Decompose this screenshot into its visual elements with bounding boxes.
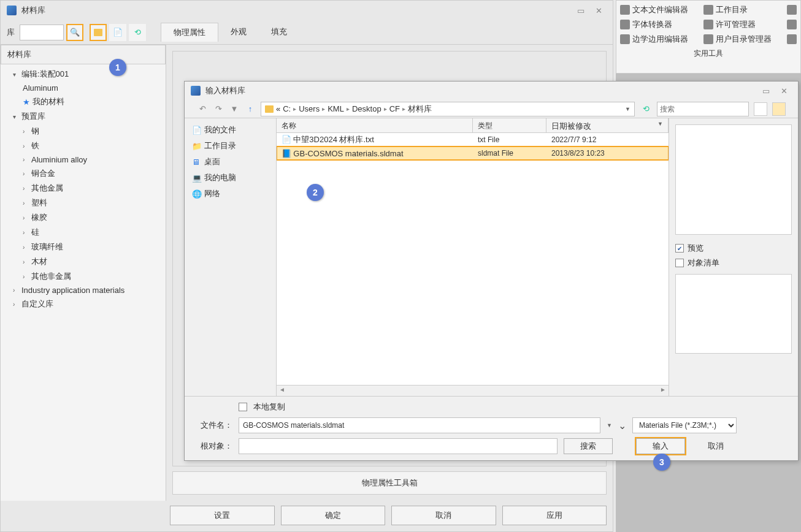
search-button[interactable]: 🔍 xyxy=(66,24,83,41)
settings-button[interactable]: 设置 xyxy=(170,506,275,525)
filename-input[interactable] xyxy=(239,417,600,433)
col-name[interactable]: 名称 xyxy=(277,118,473,132)
nav-network[interactable]: 🌐网络 xyxy=(188,186,272,202)
tree-copper-alloy[interactable]: ›铜合金 xyxy=(1,166,166,181)
callout-1: 1 xyxy=(109,59,126,76)
tree-plastic[interactable]: ›塑料 xyxy=(1,196,166,210)
object-list-checkbox-row[interactable]: 对象清单 xyxy=(675,256,792,270)
nav-desktop[interactable]: 🖥桌面 xyxy=(188,154,272,170)
close-icon[interactable]: ✕ xyxy=(596,6,607,15)
tree-glass-fiber[interactable]: ›玻璃纤维 xyxy=(1,240,166,254)
folder-icon: 📁 xyxy=(192,142,201,150)
tree-aluminum[interactable]: Aluminum xyxy=(1,82,166,94)
checkbox-icon[interactable] xyxy=(239,403,247,411)
tree-other-nonmetal[interactable]: ›其他非金属 xyxy=(1,269,166,284)
tree-other-metal[interactable]: ›其他金属 xyxy=(1,181,166,196)
dialog-nav: ↶ ↷ ▼ ↑ « C:▸ Users▸ KML▸ Desktop▸ CF▸ 材… xyxy=(185,100,798,118)
app-icon xyxy=(7,6,17,15)
view-list-button[interactable] xyxy=(754,102,767,116)
tree-iron[interactable]: ›铁 xyxy=(1,139,166,153)
tool-icon xyxy=(787,20,797,29)
tree-wood[interactable]: ›木材 xyxy=(1,254,166,269)
tab-appearance[interactable]: 外观 xyxy=(218,23,259,42)
tree-edit-assembly[interactable]: ▾编辑:装配001 xyxy=(1,67,166,82)
file-list[interactable]: 📄 中望3D2024 材料库.txt txt File 2022/7/7 9:1… xyxy=(277,133,669,385)
refresh-icon: ⟲ xyxy=(134,28,141,37)
tree-panel: 材料库 ▾编辑:装配001 Aluminum ★我的材料 ▾预置库 ›钢 ›铁 … xyxy=(1,45,166,501)
nav-my-computer[interactable]: 💻我的电脑 xyxy=(188,170,272,186)
feedback-icon[interactable]: ▭ xyxy=(762,86,773,95)
local-copy-label: 本地复制 xyxy=(253,401,285,412)
document-icon: 📄 xyxy=(192,126,201,134)
preview-checkbox-row[interactable]: ✔预览 xyxy=(675,241,792,256)
apply-button[interactable]: 应用 xyxy=(502,506,607,525)
nav-work-dir[interactable]: 📁工作目录 xyxy=(188,138,272,154)
nav-my-docs[interactable]: 📄我的文件 xyxy=(188,122,272,138)
expand-down-icon[interactable]: ⌄ xyxy=(618,420,626,431)
refresh-icon[interactable]: ⟲ xyxy=(640,103,652,115)
dialog-search-input[interactable] xyxy=(657,102,749,116)
tree-industry-app[interactable]: ›Industry application materials xyxy=(1,284,166,297)
tree-silicon[interactable]: ›硅 xyxy=(1,225,166,240)
chevron-down-icon[interactable]: ▼ xyxy=(607,422,612,428)
cancel-button[interactable]: 取消 xyxy=(691,438,740,454)
preview-pane: ✔预览 对象清单 xyxy=(669,118,798,396)
refresh-button[interactable]: ⟲ xyxy=(129,24,146,41)
import-button[interactable]: 📄 xyxy=(109,24,126,41)
import-button[interactable]: 输入 xyxy=(636,438,685,454)
tree-aluminium-alloy[interactable]: ›Aluminium alloy xyxy=(1,153,166,166)
lib-label: 库 xyxy=(7,27,15,38)
file-row[interactable]: 📄 中望3D2024 材料库.txt txt File 2022/7/7 9:1… xyxy=(277,133,669,146)
search-button[interactable]: 搜索 xyxy=(564,438,613,454)
font-icon xyxy=(620,20,630,29)
tool-icon xyxy=(787,34,797,44)
tab-fill[interactable]: 填充 xyxy=(259,23,299,42)
up-icon[interactable]: ↑ xyxy=(245,104,256,115)
physical-props-toolbox[interactable]: 物理属性工具箱 xyxy=(172,471,607,495)
open-folder-button[interactable] xyxy=(90,24,107,41)
ribbon-extra2[interactable] xyxy=(786,18,798,31)
close-icon[interactable]: ✕ xyxy=(781,86,792,95)
ribbon-work-dir[interactable]: 工作目录 xyxy=(702,3,784,17)
col-modified[interactable]: 日期被修改▼ xyxy=(546,118,669,132)
cancel-button[interactable]: 取消 xyxy=(391,506,496,525)
ribbon-edge-editor[interactable]: 边学边用编辑器 xyxy=(619,32,701,46)
tree-rubber[interactable]: ›橡胶 xyxy=(1,210,166,225)
file-icon: 📘 xyxy=(282,149,291,158)
computer-icon: 💻 xyxy=(192,173,201,182)
folder-icon xyxy=(265,105,274,113)
ok-button[interactable]: 确定 xyxy=(281,506,386,525)
utility-ribbon: 文本文件编辑器 工作目录 字体转换器 许可管理器 边学边用编辑器 用户目录管理器… xyxy=(616,0,801,74)
ribbon-footer-label: 实用工具 xyxy=(619,46,798,59)
file-row-selected[interactable]: 📘 GB-COSMOS materials.sldmat sldmat File… xyxy=(277,146,669,160)
feedback-icon[interactable]: ▭ xyxy=(577,6,588,15)
tree-my-materials[interactable]: ★我的材料 xyxy=(1,94,166,109)
dialog-title: 输入材料库 xyxy=(205,85,245,96)
root-obj-input[interactable] xyxy=(239,438,558,454)
ribbon-extra1[interactable] xyxy=(786,3,798,17)
history-dropdown-icon[interactable]: ▼ xyxy=(229,104,240,115)
back-icon[interactable]: ↶ xyxy=(197,104,208,115)
sort-icon: ▼ xyxy=(657,121,663,130)
file-filter-select[interactable]: Materials File (*.Z3M;*.) xyxy=(632,417,737,433)
app-icon xyxy=(191,86,201,96)
col-type[interactable]: 类型 xyxy=(473,118,546,132)
tree-preset-lib[interactable]: ▾预置库 xyxy=(1,109,166,124)
ribbon-extra3[interactable] xyxy=(786,32,798,46)
callout-2: 2 xyxy=(307,184,324,201)
chevron-down-icon[interactable]: ▼ xyxy=(625,106,630,112)
checkbox-checked-icon: ✔ xyxy=(675,244,684,253)
horizontal-scrollbar[interactable] xyxy=(277,385,669,396)
ribbon-license-mgr[interactable]: 许可管理器 xyxy=(702,18,784,31)
library-search-input[interactable] xyxy=(20,25,64,40)
breadcrumb[interactable]: « C:▸ Users▸ KML▸ Desktop▸ CF▸ 材料库 ▼ xyxy=(261,102,635,116)
tab-physical[interactable]: 物理属性 xyxy=(161,23,218,42)
tree-steel[interactable]: ›钢 xyxy=(1,124,166,139)
ribbon-text-editor[interactable]: 文本文件编辑器 xyxy=(619,3,701,17)
tree-custom-lib[interactable]: ›自定义库 xyxy=(1,297,166,311)
ribbon-font-converter[interactable]: 字体转换器 xyxy=(619,18,701,31)
ribbon-user-dir-mgr[interactable]: 用户目录管理器 xyxy=(702,32,784,46)
forward-icon[interactable]: ↷ xyxy=(213,104,224,115)
material-tree[interactable]: ▾编辑:装配001 Aluminum ★我的材料 ▾预置库 ›钢 ›铁 ›Alu… xyxy=(1,64,166,501)
view-thumb-button[interactable] xyxy=(772,102,786,116)
